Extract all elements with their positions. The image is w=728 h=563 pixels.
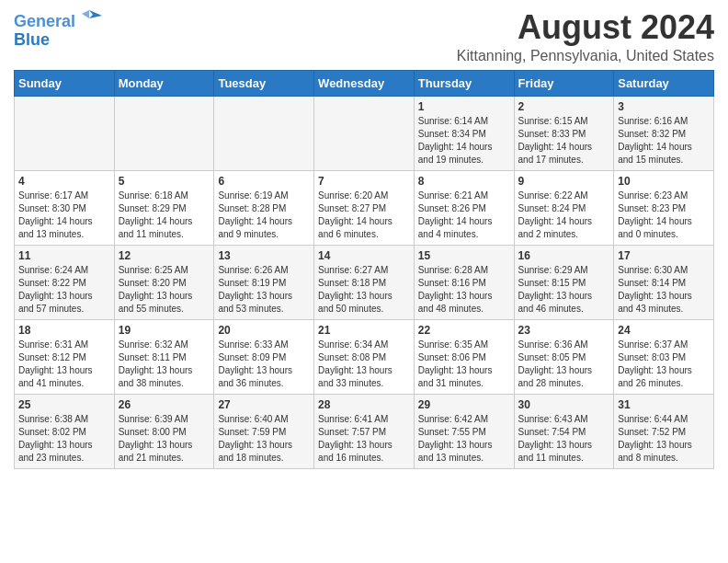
day-info: Sunrise: 6:16 AM Sunset: 8:32 PM Dayligh… — [618, 115, 710, 167]
calendar-cell: 13Sunrise: 6:26 AM Sunset: 8:19 PM Dayli… — [214, 245, 314, 319]
svg-marker-0 — [89, 10, 102, 18]
day-header-tuesday: Tuesday — [214, 70, 314, 96]
calendar-cell: 2Sunrise: 6:15 AM Sunset: 8:33 PM Daylig… — [514, 96, 614, 170]
day-info: Sunrise: 6:37 AM Sunset: 8:03 PM Dayligh… — [618, 339, 710, 390]
day-number: 12 — [119, 249, 210, 262]
day-info: Sunrise: 6:17 AM Sunset: 8:30 PM Dayligh… — [18, 190, 110, 241]
day-info: Sunrise: 6:20 AM Sunset: 8:27 PM Dayligh… — [318, 190, 410, 241]
day-info: Sunrise: 6:38 AM Sunset: 8:02 PM Dayligh… — [18, 413, 110, 465]
day-info: Sunrise: 6:30 AM Sunset: 8:14 PM Dayligh… — [618, 264, 710, 316]
calendar-header-row: SundayMondayTuesdayWednesdayThursdayFrid… — [15, 70, 714, 96]
calendar-cell: 5Sunrise: 6:18 AM Sunset: 8:29 PM Daylig… — [114, 170, 214, 245]
calendar-subtitle: Kittanning, Pennsylvania, United States — [457, 48, 714, 64]
day-header-friday: Friday — [514, 70, 614, 96]
calendar-cell: 30Sunrise: 6:43 AM Sunset: 7:54 PM Dayli… — [514, 394, 614, 468]
calendar-cell: 12Sunrise: 6:25 AM Sunset: 8:20 PM Dayli… — [114, 245, 214, 319]
day-info: Sunrise: 6:25 AM Sunset: 8:20 PM Dayligh… — [119, 264, 210, 316]
day-header-wednesday: Wednesday — [314, 70, 415, 96]
day-number: 1 — [418, 100, 510, 113]
day-info: Sunrise: 6:44 AM Sunset: 7:52 PM Dayligh… — [618, 413, 710, 465]
day-number: 27 — [218, 398, 310, 411]
day-info: Sunrise: 6:23 AM Sunset: 8:23 PM Dayligh… — [618, 190, 710, 241]
calendar-cell: 15Sunrise: 6:28 AM Sunset: 8:16 PM Dayli… — [414, 245, 514, 319]
calendar-cell: 17Sunrise: 6:30 AM Sunset: 8:14 PM Dayli… — [614, 245, 714, 319]
calendar-cell: 21Sunrise: 6:34 AM Sunset: 8:08 PM Dayli… — [314, 319, 415, 394]
day-header-sunday: Sunday — [15, 70, 115, 96]
day-number: 2 — [518, 100, 610, 113]
day-number: 31 — [618, 398, 710, 411]
day-number: 18 — [18, 324, 110, 337]
day-info: Sunrise: 6:15 AM Sunset: 8:33 PM Dayligh… — [518, 115, 610, 167]
day-number: 23 — [518, 324, 610, 337]
day-number: 3 — [618, 100, 710, 113]
day-info: Sunrise: 6:29 AM Sunset: 8:15 PM Dayligh… — [518, 264, 610, 316]
calendar-cell: 29Sunrise: 6:42 AM Sunset: 7:55 PM Dayli… — [414, 394, 514, 468]
day-number: 25 — [18, 398, 110, 411]
day-number: 7 — [318, 175, 410, 188]
day-number: 6 — [218, 175, 310, 188]
logo-text-general: General — [14, 12, 75, 30]
calendar-cell: 22Sunrise: 6:35 AM Sunset: 8:06 PM Dayli… — [414, 319, 514, 394]
day-info: Sunrise: 6:24 AM Sunset: 8:22 PM Dayligh… — [18, 264, 110, 316]
day-number: 13 — [218, 249, 310, 262]
calendar-cell: 19Sunrise: 6:32 AM Sunset: 8:11 PM Dayli… — [114, 319, 214, 394]
day-info: Sunrise: 6:41 AM Sunset: 7:57 PM Dayligh… — [318, 413, 410, 465]
day-number: 15 — [418, 249, 510, 262]
calendar-cell: 25Sunrise: 6:38 AM Sunset: 8:02 PM Dayli… — [15, 394, 115, 468]
day-info: Sunrise: 6:28 AM Sunset: 8:16 PM Dayligh… — [418, 264, 510, 316]
calendar-cell: 6Sunrise: 6:19 AM Sunset: 8:28 PM Daylig… — [214, 170, 314, 245]
day-number: 30 — [518, 398, 610, 411]
day-number: 16 — [518, 249, 610, 262]
day-info: Sunrise: 6:40 AM Sunset: 7:59 PM Dayligh… — [218, 413, 310, 465]
logo-text-blue: Blue — [14, 30, 50, 49]
day-number: 20 — [218, 324, 310, 337]
calendar-week-2: 4Sunrise: 6:17 AM Sunset: 8:30 PM Daylig… — [15, 170, 714, 245]
calendar-cell: 4Sunrise: 6:17 AM Sunset: 8:30 PM Daylig… — [15, 170, 115, 245]
day-number: 14 — [318, 249, 410, 262]
day-info: Sunrise: 6:31 AM Sunset: 8:12 PM Dayligh… — [18, 339, 110, 390]
calendar-table: SundayMondayTuesdayWednesdayThursdayFrid… — [14, 70, 714, 469]
day-number: 28 — [318, 398, 410, 411]
calendar-cell: 23Sunrise: 6:36 AM Sunset: 8:05 PM Dayli… — [514, 319, 614, 394]
calendar-cell: 28Sunrise: 6:41 AM Sunset: 7:57 PM Dayli… — [314, 394, 415, 468]
calendar-week-4: 18Sunrise: 6:31 AM Sunset: 8:12 PM Dayli… — [15, 319, 714, 394]
day-number: 26 — [119, 398, 210, 411]
calendar-cell: 9Sunrise: 6:22 AM Sunset: 8:24 PM Daylig… — [514, 170, 614, 245]
calendar-cell — [314, 96, 415, 170]
calendar-cell — [214, 96, 314, 170]
day-info: Sunrise: 6:22 AM Sunset: 8:24 PM Dayligh… — [518, 190, 610, 241]
day-info: Sunrise: 6:18 AM Sunset: 8:29 PM Dayligh… — [119, 190, 210, 241]
day-info: Sunrise: 6:33 AM Sunset: 8:09 PM Dayligh… — [218, 339, 310, 390]
calendar-cell: 24Sunrise: 6:37 AM Sunset: 8:03 PM Dayli… — [614, 319, 714, 394]
day-number: 4 — [18, 175, 110, 188]
day-info: Sunrise: 6:26 AM Sunset: 8:19 PM Dayligh… — [218, 264, 310, 316]
calendar-cell: 16Sunrise: 6:29 AM Sunset: 8:15 PM Dayli… — [514, 245, 614, 319]
day-info: Sunrise: 6:43 AM Sunset: 7:54 PM Dayligh… — [518, 413, 610, 465]
day-info: Sunrise: 6:19 AM Sunset: 8:28 PM Dayligh… — [218, 190, 310, 241]
calendar-cell: 3Sunrise: 6:16 AM Sunset: 8:32 PM Daylig… — [614, 96, 714, 170]
calendar-week-1: 1Sunrise: 6:14 AM Sunset: 8:34 PM Daylig… — [15, 96, 714, 170]
logo-bird-icon — [82, 6, 102, 27]
calendar-cell — [15, 96, 115, 170]
calendar-cell: 8Sunrise: 6:21 AM Sunset: 8:26 PM Daylig… — [414, 170, 514, 245]
calendar-cell: 20Sunrise: 6:33 AM Sunset: 8:09 PM Dayli… — [214, 319, 314, 394]
calendar-cell — [114, 96, 214, 170]
day-info: Sunrise: 6:14 AM Sunset: 8:34 PM Dayligh… — [418, 115, 510, 167]
day-number: 11 — [18, 249, 110, 262]
calendar-cell: 14Sunrise: 6:27 AM Sunset: 8:18 PM Dayli… — [314, 245, 415, 319]
day-number: 10 — [618, 175, 710, 188]
day-info: Sunrise: 6:32 AM Sunset: 8:11 PM Dayligh… — [119, 339, 210, 390]
day-number: 17 — [618, 249, 710, 262]
day-number: 9 — [518, 175, 610, 188]
calendar-cell: 7Sunrise: 6:20 AM Sunset: 8:27 PM Daylig… — [314, 170, 415, 245]
calendar-title: August 2024 — [457, 9, 714, 46]
day-number: 5 — [119, 175, 210, 188]
title-block: August 2024 Kittanning, Pennsylvania, Un… — [457, 9, 714, 64]
calendar-body: 1Sunrise: 6:14 AM Sunset: 8:34 PM Daylig… — [15, 96, 714, 468]
day-number: 19 — [119, 324, 210, 337]
day-number: 29 — [418, 398, 510, 411]
day-number: 8 — [418, 175, 510, 188]
day-info: Sunrise: 6:34 AM Sunset: 8:08 PM Dayligh… — [318, 339, 410, 390]
calendar-cell: 26Sunrise: 6:39 AM Sunset: 8:00 PM Dayli… — [114, 394, 214, 468]
calendar-week-3: 11Sunrise: 6:24 AM Sunset: 8:22 PM Dayli… — [15, 245, 714, 319]
